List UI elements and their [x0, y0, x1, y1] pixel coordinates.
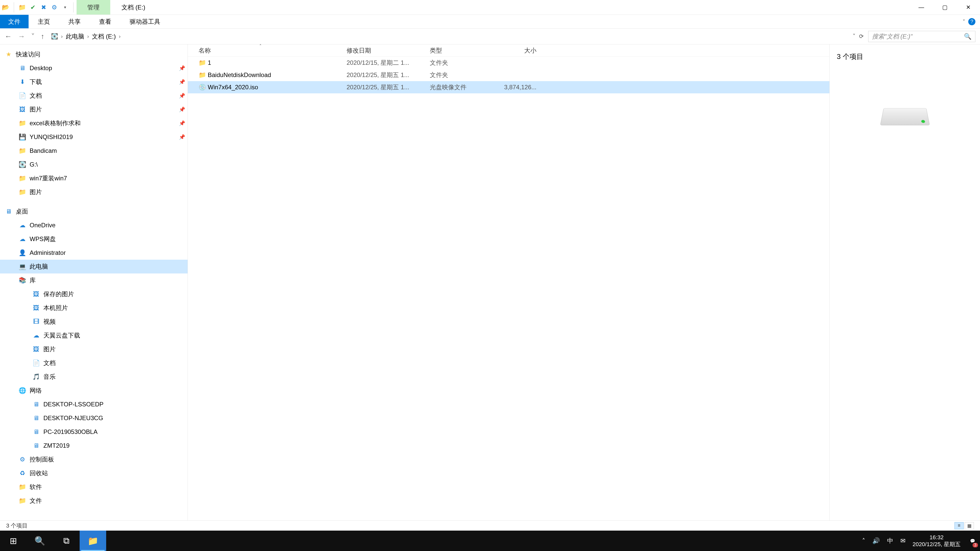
taskbar-explorer-button[interactable]: 📁	[80, 530, 106, 551]
tree-quick-item[interactable]: 💾YUNQISHI2019📌	[0, 130, 188, 144]
tree-quick-item[interactable]: 💽G:\	[0, 158, 188, 171]
navigation-pane[interactable]: ★快速访问🖥Desktop📌⬇下载📌📄文档📌🖼图片📌📁excel表格制作求和📌💾…	[0, 44, 188, 520]
tree-quick-item[interactable]: 📄文档📌	[0, 89, 188, 103]
address-dropdown-icon[interactable]: ˅	[853, 33, 856, 40]
minimize-button[interactable]: —	[910, 0, 933, 14]
tree-quick-item[interactable]: 📁excel表格制作求和📌	[0, 116, 188, 130]
close-button[interactable]: ✕	[956, 0, 980, 14]
ribbon-tab-file[interactable]: 文件	[0, 15, 29, 28]
qat-delete-icon[interactable]: ✖	[40, 4, 47, 11]
back-button[interactable]: ←	[5, 32, 12, 41]
maximize-button[interactable]: ▢	[933, 0, 956, 14]
tree-library-item[interactable]: ☁天翼云盘下载	[0, 329, 188, 342]
tree-item-label: 图片	[30, 105, 173, 114]
app-icon[interactable]: 📂	[2, 4, 9, 11]
status-bar: 3 个项目 ≡ ▦	[0, 520, 980, 530]
details-view-button[interactable]: ≡	[955, 522, 964, 529]
ime-indicator[interactable]: 中	[887, 537, 893, 545]
search-icon[interactable]: 🔍	[964, 33, 972, 40]
tree-item-icon: 📚	[18, 277, 27, 284]
tree-extra-item[interactable]: 📁软件	[0, 480, 188, 494]
qat-dropdown-icon[interactable]: ▾	[62, 4, 68, 11]
tree-library-item[interactable]: 🖼本机照片	[0, 301, 188, 315]
file-rows[interactable]: 📁12020/12/15, 星期二 1...文件夹📁BaiduNetdiskDo…	[188, 57, 829, 520]
file-row[interactable]: 📁BaiduNetdiskDownload2020/12/25, 星期五 1..…	[188, 69, 829, 81]
tree-extra-item[interactable]: 📁文件	[0, 494, 188, 508]
breadcrumb-segment[interactable]: 此电脑	[66, 32, 84, 41]
chevron-right-icon[interactable]: ›	[87, 33, 89, 39]
forward-button[interactable]: →	[18, 32, 25, 41]
column-headers[interactable]: ˄ 名称 修改日期 类型 大小	[188, 44, 829, 57]
tree-quick-item[interactable]: 📁win7重装win7	[0, 171, 188, 185]
search-box[interactable]: 🔍	[868, 31, 975, 42]
mail-icon[interactable]: ✉	[900, 537, 905, 545]
taskbar-search-button[interactable]: 🔍	[27, 530, 53, 551]
tree-desktop-item[interactable]: 💻此电脑	[0, 260, 188, 273]
ribbon-tab-share[interactable]: 共享	[59, 15, 90, 28]
recent-locations-icon[interactable]: ˅	[31, 32, 35, 41]
tree-quick-item[interactable]: 📁Bandicam	[0, 144, 188, 158]
tree-library-item[interactable]: 🎞视频	[0, 315, 188, 329]
ribbon-tab-home[interactable]: 主页	[29, 15, 59, 28]
tree-desktop[interactable]: 🖥桌面	[0, 205, 188, 218]
file-row[interactable]: 💿Win7x64_2020.iso2020/12/25, 星期五 1...光盘映…	[188, 81, 829, 94]
chevron-right-icon[interactable]: ›	[61, 33, 63, 39]
column-header-date[interactable]: 修改日期	[347, 46, 430, 55]
taskbar-start-button[interactable]: ⊞	[0, 530, 27, 551]
file-icon: 📁	[199, 71, 208, 79]
tree-extra-item[interactable]: ⚙控制面板	[0, 453, 188, 466]
tree-library-item[interactable]: 🖼图片	[0, 342, 188, 356]
help-icon[interactable]: ?	[968, 18, 975, 25]
up-button[interactable]: ↑	[41, 32, 45, 41]
file-row[interactable]: 📁12020/12/15, 星期二 1...文件夹	[188, 57, 829, 69]
ribbon-tab-view[interactable]: 查看	[90, 15, 121, 28]
refresh-icon[interactable]: ⟳	[859, 33, 864, 40]
tree-desktop-item[interactable]: 📚库	[0, 273, 188, 287]
breadcrumb-segment[interactable]: 文档 (E:)	[92, 32, 116, 41]
clock-time: 16:32	[929, 534, 943, 541]
tree-library-item[interactable]: 🎵音乐	[0, 370, 188, 384]
action-center-icon[interactable]: 💬 3	[965, 530, 980, 551]
thumbnails-view-button[interactable]: ▦	[965, 522, 974, 529]
tree-network-item[interactable]: 🖥DESKTOP-NJEU3CG	[0, 411, 188, 425]
tree-quick-item[interactable]: ⬇下载📌	[0, 75, 188, 89]
tree-quick-item[interactable]: 📁图片	[0, 185, 188, 199]
tree-item-icon: ★	[5, 51, 13, 58]
tree-item-label: DESKTOP-LSSOEDP	[43, 401, 188, 408]
ribbon-expand-icon[interactable]: ˅	[963, 19, 965, 25]
search-input[interactable]	[872, 33, 961, 40]
tree-quick-item[interactable]: 🖼图片📌	[0, 103, 188, 116]
chevron-right-icon[interactable]: ›	[119, 33, 121, 39]
column-header-name[interactable]: 名称	[199, 46, 347, 55]
tree-quick-access[interactable]: ★快速访问	[0, 48, 188, 61]
tree-item-icon: ☁	[18, 235, 27, 243]
tray-overflow-icon[interactable]: ˄	[862, 537, 865, 545]
file-icon: 📁	[199, 59, 208, 66]
tree-network-item[interactable]: 🖥ZMT2019	[0, 439, 188, 453]
qat-check-icon[interactable]: ✔	[29, 4, 37, 11]
tree-item-icon: 🎞	[32, 318, 40, 325]
taskbar-taskview-button[interactable]: ⧉	[53, 530, 80, 551]
tree-desktop-item[interactable]: ☁WPS网盘	[0, 232, 188, 246]
tree-item-label: excel表格制作求和	[30, 119, 173, 127]
tree-library-item[interactable]: 📄文档	[0, 356, 188, 370]
tree-network[interactable]: 🌐网络	[0, 384, 188, 397]
tree-desktop-item[interactable]: ☁OneDrive	[0, 218, 188, 232]
volume-icon[interactable]: 🔊	[872, 537, 880, 545]
tree-network-item[interactable]: 🖥PC-20190530OBLA	[0, 425, 188, 439]
qat-settings-icon[interactable]: ⚙	[51, 4, 58, 11]
qat-properties-icon[interactable]: 📁	[19, 4, 26, 11]
tree-quick-item[interactable]: 🖥Desktop📌	[0, 61, 188, 75]
tree-item-label: 保存的图片	[43, 290, 188, 298]
tree-network-item[interactable]: 🖥DESKTOP-LSSOEDP	[0, 397, 188, 411]
tree-extra-item[interactable]: ♻回收站	[0, 466, 188, 480]
ribbon-tab-drivetools[interactable]: 驱动器工具	[121, 15, 169, 28]
tree-desktop-item[interactable]: 👤Administrator	[0, 246, 188, 260]
ribbon-context-tab-manage[interactable]: 管理	[76, 0, 110, 14]
taskbar-clock[interactable]: 16:32 2020/12/25, 星期五	[908, 534, 965, 548]
column-header-size[interactable]: 大小	[498, 46, 539, 55]
tree-library-item[interactable]: 🖼保存的图片	[0, 287, 188, 301]
column-header-type[interactable]: 类型	[430, 46, 498, 55]
breadcrumb[interactable]: 💽 › 此电脑 › 文档 (E:) ›	[51, 32, 848, 41]
tree-item-icon: 🖥	[32, 401, 40, 408]
